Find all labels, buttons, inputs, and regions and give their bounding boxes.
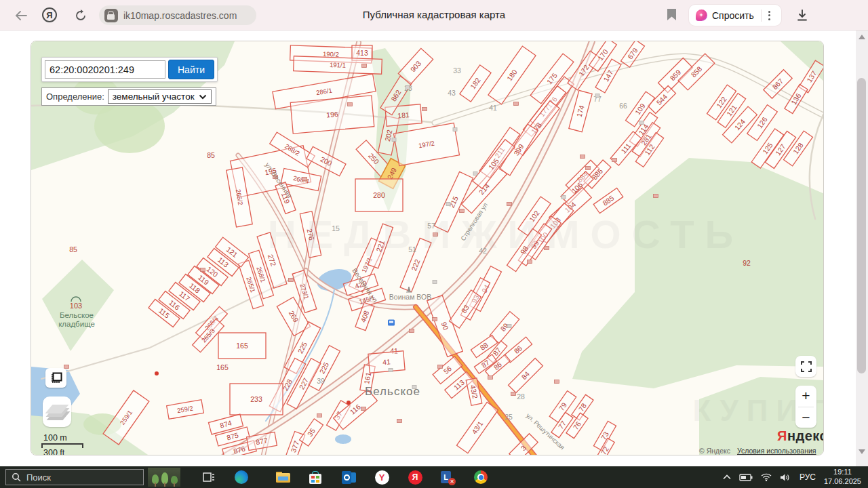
cadastral-search-panel: Найти — [41, 57, 218, 82]
terms-link[interactable]: Условия использования — [737, 447, 816, 455]
svg-text:191/1: 191/1 — [330, 61, 346, 69]
watermark: НЕДВИЖИМОСТЬ — [268, 212, 745, 256]
layers-button[interactable] — [43, 396, 71, 427]
building — [586, 167, 591, 170]
building-gray — [446, 203, 450, 206]
parcel[interactable]: 191/1 — [294, 56, 382, 75]
scale-imperial-label: 300 ft — [43, 448, 109, 455]
scrollbar-thumb[interactable] — [857, 78, 866, 373]
building — [361, 407, 366, 411]
clock[interactable]: 19:11 17.06.2025 — [821, 468, 868, 487]
zoom-in-button[interactable]: + — [795, 386, 816, 407]
building — [317, 414, 322, 418]
scrollbar-up-arrow[interactable] — [859, 35, 865, 39]
bus-stop-icon — [388, 320, 395, 326]
definition-panel: Определение: земельный участок — [41, 87, 216, 106]
ask-button[interactable]: Спросить — [689, 5, 781, 26]
taskbar-search-box[interactable]: Поиск — [5, 469, 144, 485]
page-scrollbar[interactable] — [856, 30, 868, 466]
yandex-browser-logo[interactable]: Я — [42, 7, 57, 22]
task-view-button[interactable] — [195, 466, 222, 488]
parcel[interactable]: 165 — [218, 333, 266, 359]
file-explorer-taskbar-icon[interactable] — [269, 466, 296, 488]
task-view-icon — [203, 471, 215, 483]
building — [507, 203, 512, 206]
cadastral-map[interactable]: 190/2413191/1286/1196195265/2268/2200268… — [31, 41, 824, 455]
zoom-out-button[interactable]: − — [795, 407, 816, 428]
building-gray — [433, 281, 437, 284]
windows-taskbar: Поиск — [0, 466, 868, 488]
building-gray — [453, 128, 457, 131]
cadastral-number-input[interactable] — [45, 60, 165, 79]
tray-time: 19:11 — [824, 468, 861, 477]
building — [528, 260, 532, 264]
scrollbar-down-arrow[interactable] — [859, 449, 865, 454]
svg-text:165: 165 — [236, 342, 248, 350]
lock-icon — [104, 9, 118, 22]
svg-text:165: 165 — [216, 363, 229, 371]
building-gray — [473, 172, 477, 176]
measure-button[interactable] — [45, 368, 66, 388]
svg-text:413: 413 — [356, 49, 368, 57]
download-button[interactable] — [792, 6, 812, 25]
building — [64, 365, 69, 369]
taskbar-widget-thumbnail[interactable] — [148, 468, 180, 487]
parcel[interactable]: 233 — [230, 384, 283, 415]
edge-taskbar-icon[interactable] — [228, 466, 255, 488]
parcel: 39 — [317, 377, 325, 385]
fullscreen-button[interactable] — [795, 356, 816, 377]
parcel[interactable]: 196 — [290, 96, 374, 134]
building — [302, 178, 307, 181]
parcel: 25 — [505, 413, 513, 421]
yandex-maps-logo[interactable]: Яндекс — [777, 428, 824, 444]
yandex-taskbar-icon[interactable]: Я — [401, 466, 429, 488]
scale-bar: 100 m 300 ft — [41, 433, 109, 455]
taskbar-search-label: Поиск — [26, 472, 51, 483]
edge-icon — [235, 470, 248, 484]
building-gray — [639, 121, 644, 125]
battery-icon[interactable] — [735, 466, 757, 488]
building — [397, 420, 402, 423]
svg-text:33: 33 — [453, 66, 461, 75]
parcel: 28 — [517, 392, 525, 401]
menu-dots-icon[interactable] — [768, 11, 770, 20]
svg-text:66: 66 — [619, 102, 627, 110]
building — [555, 380, 559, 384]
ruler-icon — [50, 372, 62, 384]
definition-select[interactable]: земельный участок — [108, 89, 212, 104]
address-bar[interactable]: ik10map.roscadastres.com — [99, 5, 256, 25]
parcel[interactable]: 280 — [355, 179, 403, 211]
app-icon: L ✕ — [441, 470, 454, 484]
fullscreen-icon — [801, 361, 812, 372]
language-indicator[interactable]: РУС — [794, 466, 821, 488]
search-button[interactable]: Найти — [168, 60, 214, 79]
system-tray: РУС 19:11 17.06.2025 — [719, 466, 868, 488]
tray-expand-chevron[interactable] — [719, 466, 735, 488]
ask-chat-icon — [696, 9, 707, 21]
tray-date: 17.06.2025 — [824, 477, 861, 487]
back-button[interactable] — [12, 7, 30, 24]
refresh-button[interactable] — [72, 7, 90, 24]
map-marker — [155, 371, 159, 375]
wifi-icon[interactable] — [757, 466, 776, 488]
outlook-taskbar-icon[interactable] — [335, 466, 362, 488]
bookmark-icon[interactable] — [667, 9, 676, 20]
svg-text:41: 41 — [489, 104, 497, 112]
yandex-browser-taskbar-icon[interactable]: Y — [368, 466, 395, 488]
map-marker — [347, 401, 351, 405]
building-gray — [507, 325, 511, 328]
store-taskbar-icon[interactable] — [302, 466, 329, 488]
outlook-icon — [342, 471, 356, 484]
building — [289, 279, 294, 282]
layers-icon — [48, 404, 66, 420]
parcel[interactable]: 41 — [368, 351, 405, 373]
svg-text:25: 25 — [505, 413, 513, 421]
blocked-app-taskbar-icon[interactable]: L ✕ — [434, 466, 461, 488]
volume-icon[interactable] — [776, 466, 794, 488]
svg-text:181: 181 — [397, 110, 410, 119]
cemetery-parcel-number: 103 — [70, 302, 82, 310]
building — [514, 102, 519, 106]
chrome-taskbar-icon[interactable] — [467, 466, 494, 488]
url-text: ik10map.roscadastres.com — [123, 10, 237, 21]
building — [580, 155, 585, 159]
